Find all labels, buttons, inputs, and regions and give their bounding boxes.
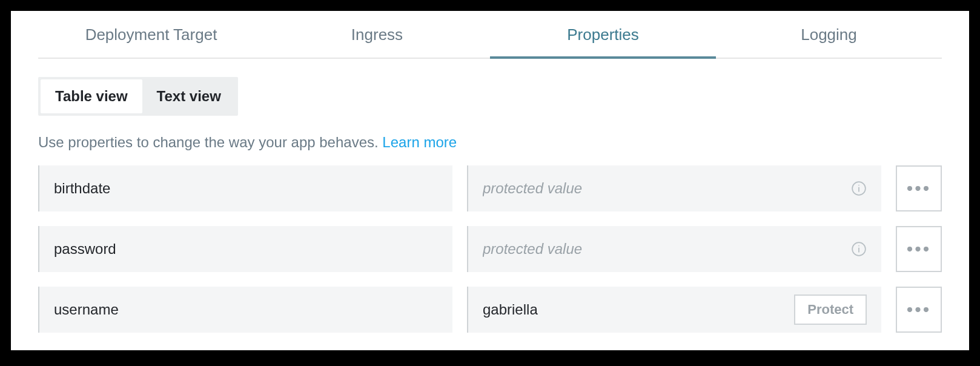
svg-point-5 [858,245,859,247]
tab-logging[interactable]: Logging [716,11,942,58]
properties-rows: ••• ••• Protect [38,165,942,333]
property-key-cell[interactable] [38,165,452,211]
tabs-bar: Deployment Target Ingress Properties Log… [38,11,942,59]
property-key-input[interactable] [54,301,438,318]
info-icon[interactable] [851,241,867,257]
ellipsis-icon: ••• [907,299,932,320]
property-row: ••• [38,226,942,272]
ellipsis-icon: ••• [907,239,932,259]
row-menu-button[interactable]: ••• [896,165,942,211]
property-value-input[interactable] [483,301,784,318]
property-key-input[interactable] [54,180,438,197]
property-value-input[interactable] [483,241,841,258]
property-row: Protect ••• [38,287,942,333]
view-toggle: Table view Text view [38,77,238,116]
svg-point-2 [858,185,859,186]
info-icon[interactable] [851,181,867,196]
properties-description: Use properties to change the way your ap… [38,134,942,151]
property-row: ••• [38,165,942,211]
row-menu-button[interactable]: ••• [896,226,942,272]
property-value-input[interactable] [483,180,841,197]
property-value-cell[interactable] [467,165,881,211]
protect-button[interactable]: Protect [794,294,867,325]
table-view-button[interactable]: Table view [41,79,142,113]
property-value-cell[interactable] [467,226,881,272]
property-key-input[interactable] [54,241,438,258]
property-key-cell[interactable] [38,287,452,333]
properties-panel: Deployment Target Ingress Properties Log… [11,11,969,350]
property-key-cell[interactable] [38,226,452,272]
tab-ingress[interactable]: Ingress [264,11,490,58]
row-menu-button[interactable]: ••• [896,287,942,333]
learn-more-link[interactable]: Learn more [382,134,457,150]
ellipsis-icon: ••• [907,178,932,199]
description-text: Use properties to change the way your ap… [38,134,382,150]
property-value-cell[interactable]: Protect [467,287,881,333]
tab-properties[interactable]: Properties [490,11,716,58]
text-view-button[interactable]: Text view [142,79,236,113]
tab-deployment-target[interactable]: Deployment Target [38,11,264,58]
